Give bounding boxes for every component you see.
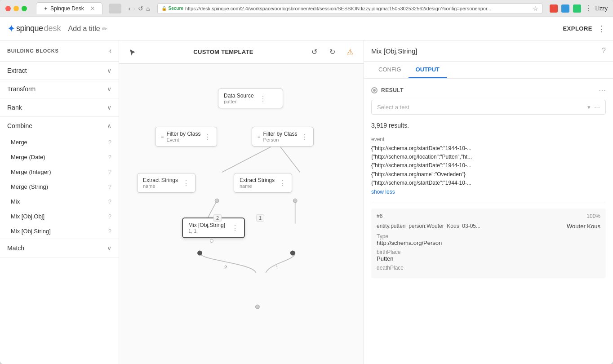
warning-button[interactable]: ⚠ (344, 46, 356, 58)
edit-title-icon[interactable]: ✏ (102, 25, 107, 32)
extract2-title: Extract Strings (240, 177, 275, 183)
merge-date-help-icon[interactable]: ? (108, 154, 111, 160)
sidebar-section-header-rank[interactable]: Rank ∨ (0, 98, 119, 116)
event-key: event (371, 136, 606, 142)
chevron-down-icon-transform: ∨ (107, 85, 111, 93)
tab-title: Spinque Desk (50, 5, 84, 12)
extract1-menu[interactable]: ⋮ (182, 179, 190, 187)
node-filterclass-event[interactable]: ≡ Filter by Class Event ⋮ (155, 127, 217, 146)
home-button[interactable]: ⌂ (146, 5, 150, 12)
datasource-subtitle: putten (224, 99, 254, 104)
sidebar-collapse-button[interactable]: ‹ (109, 47, 111, 55)
connector-out-mix (210, 239, 213, 243)
mix-obj-string-help-icon[interactable]: ? (108, 228, 111, 235)
sidebar-item-merge-date[interactable]: Merge (Date) ? (0, 150, 119, 164)
sidebar-section-header-extract[interactable]: Extract ∨ (0, 62, 119, 80)
new-tab-button[interactable] (109, 4, 121, 13)
sidebar-item-mix-obj-obj[interactable]: Mix [Obj,Obj] ? (0, 209, 119, 224)
test-select-placeholder: Select a test (377, 104, 409, 111)
filterclass2-subtitle: Person (263, 137, 297, 142)
node-filterclass-person[interactable]: ≡ Filter by Class Person ⋮ (252, 127, 314, 146)
test-more-icon[interactable]: ⋯ (594, 104, 600, 111)
url-bar[interactable]: 🔒 Secure https://desk.spinque.com/2.4/wo… (157, 3, 542, 14)
type-val: http://schema.org/Person (377, 240, 600, 246)
svg-text:2: 2 (224, 265, 227, 270)
sidebar-section-label-rank: Rank (7, 104, 22, 111)
undo-button[interactable]: ↺ (308, 46, 320, 58)
merge-help-icon[interactable]: ? (108, 139, 111, 146)
svg-point-6 (215, 199, 219, 203)
sidebar-item-merge[interactable]: Merge ? (0, 135, 119, 150)
deathplace-key: deathPlace (377, 265, 600, 271)
merge-string-help-icon[interactable]: ? (108, 183, 111, 190)
sidebar: BUILDING BLOCKS ‹ Extract ∨ Transform ∨ (0, 40, 119, 364)
sidebar-section-label-combine: Combine (7, 122, 32, 129)
sidebar-item-mix[interactable]: Mix ? (0, 194, 119, 209)
tab-config[interactable]: CONFIG (371, 62, 409, 78)
sidebar-section-header-match[interactable]: Match ∨ (0, 239, 119, 257)
filterclass2-menu[interactable]: ⋮ (301, 133, 308, 141)
explore-button[interactable]: EXPLORE (563, 25, 592, 32)
panel-content: RESULT ⋯ Select a test ▾ ⋯ 3,919 results… (364, 79, 613, 364)
close-button[interactable] (5, 6, 11, 11)
node-extractstrings-2[interactable]: Extract Strings name ⋮ (234, 173, 292, 193)
sidebar-item-merge-integer[interactable]: Merge (Integer) ? (0, 164, 119, 179)
extension-icon-2[interactable] (561, 4, 569, 13)
test-select[interactable]: Select a test ▾ ⋯ (371, 100, 606, 115)
bookmark-icon[interactable]: ☆ (533, 5, 538, 12)
result-field-birthplace: birthPlace Putten (377, 249, 600, 262)
mix-node-title: Mix [Obj,String] (188, 222, 225, 228)
panel-tabs: CONFIG OUTPUT (364, 62, 613, 79)
title-bar: ✦ Spinque Desk ✕ ‹ › ↺ ⌂ 🔒 Secure https:… (0, 0, 613, 17)
reload-button[interactable]: ↺ (138, 5, 143, 12)
mix-label: Mix (11, 198, 20, 205)
browser-tab[interactable]: ✦ Spinque Desk ✕ (36, 2, 102, 14)
mix-help-icon[interactable]: ? (108, 198, 111, 205)
event-value-1: {"http://schema.org/location":"Putten","… (371, 153, 606, 161)
app-title-input[interactable]: Add a title (68, 25, 100, 33)
svg-point-7 (293, 199, 297, 203)
result-more-menu[interactable]: ⋯ (599, 86, 606, 94)
node-datasource[interactable]: Data Source putten ⋮ (218, 89, 283, 108)
minimize-button[interactable] (13, 6, 19, 11)
entity-name: Wouter Kous (567, 223, 600, 230)
canvas-content[interactable]: 2 1 Data Source putten (119, 64, 364, 364)
mix-node-menu[interactable]: ⋮ (231, 224, 239, 232)
sidebar-item-mix-obj-string[interactable]: Mix [Obj,String] ? (0, 224, 119, 239)
browser-menu-icon[interactable]: ⋮ (585, 4, 592, 13)
app-logo: ✦ spinque desk (7, 23, 61, 35)
datasource-menu[interactable]: ⋮ (259, 94, 267, 103)
maximize-button[interactable] (22, 6, 27, 11)
sidebar-item-merge-string[interactable]: Merge (String) ? (0, 179, 119, 194)
tab-close-button[interactable]: ✕ (90, 5, 95, 12)
app-more-menu[interactable]: ⋮ (598, 24, 606, 34)
type-key: Type (377, 233, 600, 240)
show-less-link[interactable]: show less (371, 189, 395, 195)
warning-icon: ⚠ (347, 48, 353, 56)
result-header: RESULT ⋯ (371, 86, 606, 94)
chevron-down-icon-extract: ∨ (107, 67, 111, 74)
node-extractstrings-1[interactable]: Extract Strings name ⋮ (137, 173, 195, 193)
merge-string-label: Merge (String) (11, 183, 48, 190)
extension-icon-3[interactable] (573, 4, 581, 13)
results-count: 3,919 results. (371, 122, 606, 129)
filterclass1-menu[interactable]: ⋮ (204, 133, 211, 141)
divider (371, 203, 606, 203)
back-button[interactable]: ‹ (129, 5, 131, 12)
sidebar-section-header-combine[interactable]: Combine ∧ (0, 117, 119, 135)
extract2-menu[interactable]: ⋮ (279, 179, 286, 187)
mix-obj-obj-help-icon[interactable]: ? (108, 213, 111, 220)
forward-button[interactable]: › (133, 5, 135, 12)
user-label: Lizzy (595, 5, 608, 12)
sidebar-section-header-transform[interactable]: Transform ∨ (0, 80, 119, 98)
extension-icon-1[interactable] (550, 4, 558, 13)
sidebar-section-extract: Extract ∨ (0, 62, 119, 80)
select-tool[interactable] (126, 46, 139, 58)
redo-button[interactable]: ↻ (326, 46, 338, 58)
tab-output[interactable]: OUTPUT (409, 62, 447, 78)
merge-integer-help-icon[interactable]: ? (108, 169, 111, 175)
url-text: https://desk.spinque.com/2.4/workspace/o… (185, 6, 491, 11)
app-desk: desk (44, 24, 61, 33)
tab-favicon: ✦ (44, 6, 48, 12)
panel-help-icon[interactable]: ? (602, 47, 606, 55)
